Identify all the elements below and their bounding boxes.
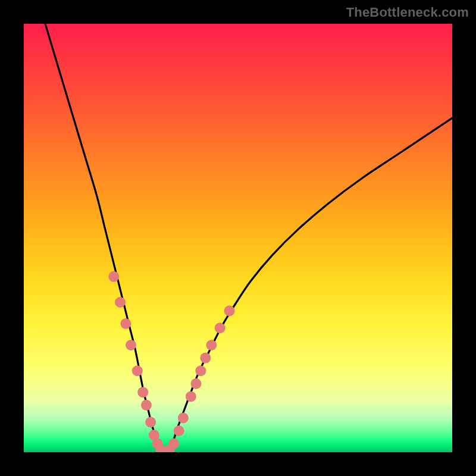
chart-stage: TheBottleneck.com: [0, 0, 476, 476]
marker-dot: [168, 439, 179, 449]
marker-dot: [120, 318, 131, 329]
marker-dot: [206, 340, 217, 350]
marker-layer: [24, 24, 452, 452]
marker-dot: [215, 322, 226, 333]
marker-dot: [186, 391, 196, 402]
marker-dot: [195, 365, 206, 376]
watermark-text: TheBottleneck.com: [346, 5, 469, 20]
marker-dot: [108, 271, 119, 282]
marker-dot: [145, 417, 156, 428]
plot-area: [24, 24, 452, 452]
marker-dot: [190, 378, 201, 389]
marker-dot: [224, 305, 235, 316]
marker-dot: [174, 425, 184, 436]
marker-dot: [126, 340, 136, 350]
marker-dot: [115, 297, 126, 308]
marker-dot: [178, 412, 189, 423]
marker-dot: [200, 353, 211, 364]
marker-dot: [132, 365, 143, 376]
marker-dot: [137, 387, 148, 397]
marker-dot: [141, 400, 152, 411]
